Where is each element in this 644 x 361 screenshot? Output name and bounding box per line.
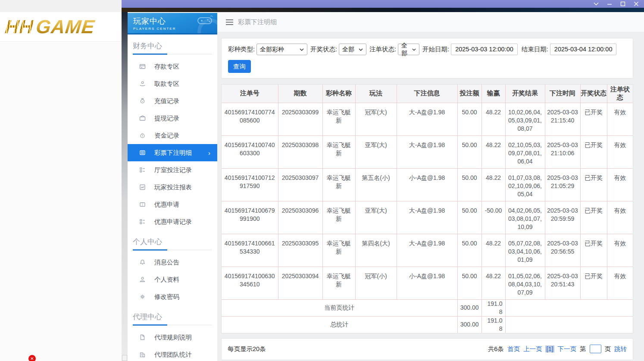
- logo-mark: HH: [4, 16, 34, 37]
- page-jump-input[interactable]: [590, 345, 601, 353]
- table-cell: 48.22: [481, 103, 505, 135]
- table-cell: 50.00: [457, 168, 481, 201]
- end-date-input[interactable]: 2025-03-04 12:00:00: [550, 44, 617, 55]
- start-date-input[interactable]: 2025-03-03 12:00:00: [451, 44, 518, 55]
- column-header: 下注信息: [397, 85, 457, 103]
- first-page-link[interactable]: 首页: [507, 345, 520, 353]
- screen: HHGAME ✕ 玩: [0, 0, 644, 361]
- total-count-text: 共6条: [488, 345, 504, 353]
- jump-action-link[interactable]: 跳转: [614, 345, 627, 353]
- table-cell: 幸运飞艇新: [322, 135, 355, 168]
- table-cell: 2025-03-03 21:10:06: [545, 135, 580, 168]
- sidebar-item-lottery-bet-detail[interactable]: 彩票下注明细›: [128, 144, 217, 161]
- table-row: 40156917410066153433020250303095幸运飞艇新第四名…: [222, 234, 633, 267]
- next-page-link[interactable]: 下一页: [558, 345, 577, 353]
- draw-status-select[interactable]: 全部: [339, 44, 366, 55]
- sidebar-item-password-gear[interactable]: 修改密码: [128, 288, 217, 305]
- draw-status-label: 开奖状态:: [310, 45, 337, 53]
- table-cell: 2025-03-03 20:51:43: [545, 267, 580, 299]
- table-cell: 2025-03-03 20:59:59: [545, 201, 580, 234]
- chevron-right-icon: ›: [208, 149, 217, 157]
- table-cell: 48.22: [481, 135, 505, 168]
- table-cell: 幸运飞艇新: [322, 234, 355, 267]
- sidebar-item-agent-rules[interactable]: 代理规则说明: [128, 329, 217, 346]
- sidebar-section-title: 财务中心: [128, 35, 217, 53]
- table-cell: 已开奖: [580, 201, 607, 234]
- lottery-type-select[interactable]: 全部彩种: [256, 44, 307, 55]
- deposit-icon: [139, 63, 146, 70]
- table-header-row: 注单号期数彩种名称玩法下注信息投注额输赢开奖结果下注时间开奖状态注单状态: [222, 85, 633, 103]
- table-cell: 401569174100679991900: [222, 201, 278, 234]
- table-cell: 20250303094: [278, 267, 322, 299]
- table-cell: 2025-03-03 20:56:55: [545, 234, 580, 267]
- end-date-label: 结束日期:: [522, 45, 548, 53]
- table-cell: 02,10,05,03,09,07,08,01,06,04: [505, 135, 545, 168]
- summary-empty-cell: [505, 316, 633, 333]
- lottery-type-label: 彩种类型:: [228, 45, 255, 53]
- sidebar-item-label: 提现记录: [154, 114, 179, 122]
- minimize-button[interactable]: [606, 1, 613, 7]
- app-window: 玩家中心 PLAYERS CENTER 财务中心存款专区取款专区充值记录提现记: [122, 0, 644, 361]
- table-cell: 第四名(大): [355, 234, 397, 267]
- summary-row: 总统计300.00191.08: [222, 316, 633, 333]
- sidebar-item-label: 厅室投注记录: [154, 166, 192, 174]
- current-page-indicator: [1]: [545, 345, 554, 352]
- column-header: 期数: [278, 85, 322, 103]
- table-cell: 20250303097: [278, 168, 322, 201]
- table-cell: 50.00: [457, 201, 481, 234]
- sidebar-item-recharge-record[interactable]: 充值记录: [128, 92, 217, 110]
- menu-toggle-icon[interactable]: [226, 19, 233, 25]
- table-cell: 冠军(小): [355, 267, 397, 299]
- sidebar-item-notice-bell[interactable]: 消息公告: [128, 254, 217, 271]
- summary-empty-cell: [505, 299, 633, 316]
- sidebar-item-promo-record[interactable]: 优惠申请记录: [128, 213, 217, 230]
- table-cell: 有效: [607, 201, 633, 234]
- agent-rules-icon: [139, 334, 146, 341]
- table-cell: 有效: [607, 267, 633, 299]
- sidebar-item-promo-apply[interactable]: 优惠申请: [128, 196, 217, 213]
- sidebar-item-agent-team[interactable]: 代理团队统计: [128, 346, 217, 361]
- table-cell: 05,07,02,08,03,04,10,06,01,09: [505, 234, 545, 267]
- table-cell: 48.22: [481, 168, 505, 201]
- table-cell: 20250303095: [278, 234, 322, 267]
- promo-record-icon: [139, 218, 146, 225]
- summary-label: 总统计: [222, 316, 457, 333]
- promo-apply-icon: [139, 201, 146, 208]
- table-cell: 20250303096: [278, 201, 322, 234]
- page-title: 彩票下注明细: [238, 18, 277, 26]
- summary-bet-total: 300.00: [457, 299, 481, 316]
- error-close-icon[interactable]: ✕: [28, 355, 36, 361]
- table-cell: 冠军(大): [355, 103, 397, 135]
- sidebar-item-funds-record[interactable]: 资金记录: [128, 127, 217, 144]
- table-cell: 20250303099: [278, 103, 322, 135]
- table-cell: 50.00: [457, 135, 481, 168]
- table-cell: 20250303098: [278, 135, 322, 168]
- sidebar-item-withdraw[interactable]: 取款专区: [128, 75, 217, 92]
- table-row: 40156917410071291759020250303097幸运飞艇新第五名…: [222, 168, 633, 201]
- table-cell: 01,05,02,06,08,04,03,10,07,09: [505, 267, 545, 299]
- column-header: 注单状态: [607, 85, 633, 103]
- summary-row: 当前页统计300.00191.08: [222, 299, 633, 316]
- sidebar-item-player-bet-report[interactable]: 玩家投注报表: [128, 179, 217, 196]
- close-button[interactable]: [633, 1, 640, 7]
- bet-detail-table: 注单号期数彩种名称玩法下注信息投注额输赢开奖结果下注时间开奖状态注单状态 401…: [221, 84, 633, 333]
- sidebar-item-profile[interactable]: 个人资料: [128, 271, 217, 288]
- search-button[interactable]: 查询: [228, 60, 251, 73]
- table-cell: 有效: [607, 103, 633, 135]
- prev-page-link[interactable]: 上一页: [523, 345, 542, 353]
- table-cell: 10,02,06,04,05,03,09,01,08,07: [505, 103, 545, 135]
- table-cell: 大-A盘@1.98: [397, 103, 457, 135]
- funds-record-icon: [139, 132, 146, 139]
- summary-winloss-total: 191.08: [481, 316, 505, 333]
- sidebar-item-withdrawal-record[interactable]: 提现记录: [128, 110, 217, 127]
- maximize-button[interactable]: [619, 1, 626, 7]
- column-header: 开奖结果: [505, 85, 545, 103]
- main-area: 彩票下注明细 彩种类型: 全部彩种 开奖状态:: [217, 12, 644, 361]
- sidebar-item-deposit[interactable]: 存款专区: [128, 58, 217, 75]
- table-cell: 大-A盘@1.98: [397, 135, 457, 168]
- chevron-down-icon[interactable]: [593, 1, 600, 7]
- order-status-select[interactable]: 全部: [398, 44, 419, 55]
- table-cell: 亚军(大): [355, 201, 397, 234]
- sidebar-item-hall-bet-record[interactable]: 厅室投注记录: [128, 161, 217, 179]
- section-divider: [133, 324, 212, 325]
